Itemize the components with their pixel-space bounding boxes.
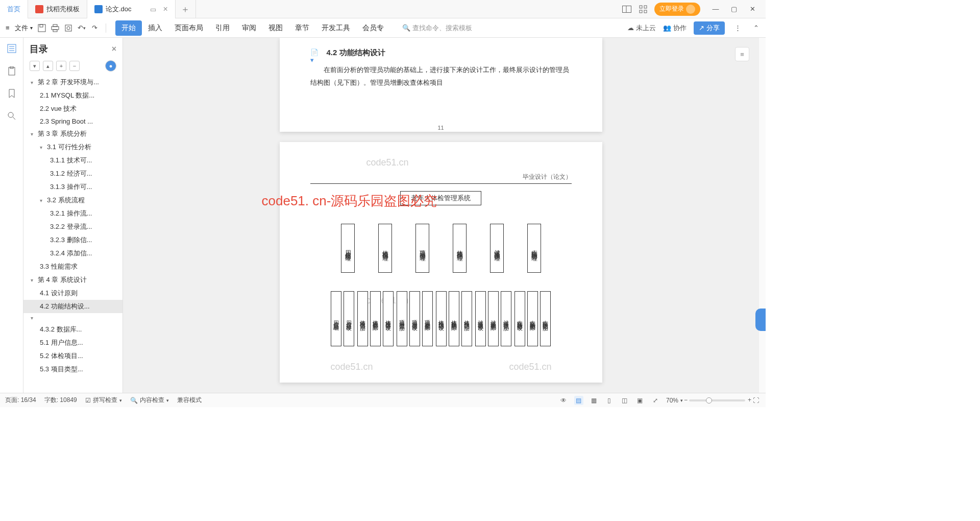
org-leaf: 体检预约添加 (461, 291, 472, 346)
toc-item[interactable]: 3.2.3 删除信... (23, 233, 122, 247)
toc-item[interactable]: 5.2 体检项目... (23, 349, 122, 363)
view-read-icon[interactable]: ▯ (605, 396, 614, 405)
page-number: 11 (280, 125, 602, 131)
org-leaf: 健康常识修改 (475, 291, 486, 346)
toc-item[interactable]: ▾3.1 可行性分析 (23, 140, 122, 154)
toc-item[interactable]: 3.1.2 经济可... (23, 167, 122, 180)
fullscreen-icon[interactable]: ⛶ (751, 396, 761, 405)
tab-insert[interactable]: 插入 (142, 20, 168, 36)
remove-heading-icon[interactable]: − (69, 61, 80, 71)
tab-review[interactable]: 审阅 (236, 20, 262, 36)
toc-item[interactable]: 4.2 功能结构设... (23, 300, 122, 313)
tab-start[interactable]: 开始 (115, 20, 142, 36)
maximize-button[interactable]: ▢ (725, 2, 743, 16)
zoom-fit-icon[interactable]: ⤢ (651, 396, 660, 405)
view-focus-icon[interactable]: ▣ (635, 396, 645, 405)
tab-home[interactable]: 首页 (0, 0, 28, 18)
org-node: 健康常识管理 (490, 224, 504, 273)
toc-item[interactable]: 2.2 vue 技术 (23, 102, 122, 115)
toc-item[interactable]: ▾第 4 章 系统设计 (23, 273, 122, 287)
undo-icon[interactable]: ↶▾ (76, 22, 87, 34)
toc-item[interactable]: ▾第 3 章 系统分析 (23, 127, 122, 140)
login-button[interactable]: 立即登录 (654, 3, 700, 16)
command-search[interactable]: 🔍 查找命令、搜索模板 (402, 23, 472, 33)
close-button[interactable]: ✕ (743, 2, 762, 16)
file-menu[interactable]: 文件 ▾ (13, 23, 34, 33)
share-button[interactable]: ↗分享 (694, 21, 725, 35)
print-icon[interactable] (50, 22, 61, 34)
toc-item[interactable]: 5.1 用户信息... (23, 336, 122, 349)
org-node: 疾病预防管理 (527, 224, 541, 273)
zoom-slider[interactable]: − + (689, 399, 745, 401)
view-web-icon[interactable]: ◫ (620, 396, 629, 405)
tab-template[interactable]: 找稻壳模板 (28, 0, 87, 18)
document-area[interactable]: ≡ code51.cn code51.cn code51.cn code51.c… (123, 38, 758, 393)
ai-assistant-icon[interactable]: ● (105, 60, 116, 72)
collab-button[interactable]: 👥协作 (663, 23, 687, 33)
close-icon[interactable]: × (163, 5, 168, 14)
toc-item[interactable]: 4.1 设计原则 (23, 287, 122, 300)
toc-item[interactable]: 2.1 MYSQL 数据... (23, 89, 122, 102)
panel-toggle-icon[interactable]: ≡ (735, 47, 749, 61)
org-leaf: 用户信息新增 (331, 291, 341, 346)
collapse-icon[interactable]: ⌃ (750, 22, 762, 34)
tab-devtools[interactable]: 开发工具 (315, 20, 356, 36)
hamburger-icon[interactable]: ≡ (4, 24, 11, 32)
word-count[interactable]: 字数: 10849 (44, 396, 77, 405)
toc-item[interactable]: 5.3 项目类型... (23, 363, 122, 376)
status-bar: 页面: 16/34 字数: 10849 ☑拼写检查▾ 🔍内容检查▾ 兼容模式 👁… (0, 393, 766, 407)
toc-item[interactable]: ▾3.2 系统流程 (23, 194, 122, 207)
content-check[interactable]: 🔍内容检查▾ (130, 396, 169, 405)
print-preview-icon[interactable] (63, 22, 74, 34)
toc-item[interactable]: 3.2.2 登录流... (23, 220, 122, 233)
redo-icon[interactable]: ↷ (89, 22, 101, 34)
toc-item[interactable]: 3.3 性能需求 (23, 260, 122, 273)
toc-item[interactable]: 3.1.1 技术可... (23, 154, 122, 167)
spellcheck-toggle[interactable]: ☑拼写检查▾ (85, 396, 122, 405)
search-panel-icon[interactable] (6, 110, 17, 122)
app-icon (35, 5, 43, 13)
toc-item[interactable]: 4.3.2 数据库... (23, 323, 122, 336)
close-panel-icon[interactable]: × (112, 44, 116, 54)
collapse-all-icon[interactable]: ▾ (30, 61, 40, 71)
window-icon[interactable]: ▭ (150, 6, 157, 13)
zoom-level[interactable]: 70%▾ (666, 397, 683, 404)
tab-pagelayout[interactable]: 页面布局 (168, 20, 209, 36)
view-outline-icon[interactable]: ▦ (590, 396, 599, 405)
eye-icon[interactable]: 👁 (559, 396, 568, 405)
apps-icon[interactable] (638, 4, 648, 14)
page-indicator[interactable]: 页面: 16/34 (5, 396, 36, 405)
toc-item[interactable]: ▾ (23, 313, 122, 323)
toc-list[interactable]: ▾第 2 章 开发环境与...2.1 MYSQL 数据...2.2 vue 技术… (23, 76, 122, 393)
minimize-button[interactable]: — (706, 2, 725, 16)
more-icon[interactable]: ⋮ (732, 22, 743, 34)
save-icon[interactable] (36, 22, 47, 34)
outline-panel: 目录 × ▾ ▴ + − ● ▾第 2 章 开发环境与...2.1 MYSQL … (23, 38, 123, 393)
tab-view[interactable]: 视图 (262, 20, 289, 36)
view-page-icon[interactable]: ▤ (574, 396, 583, 405)
side-handle[interactable] (755, 309, 766, 331)
layout-icon[interactable] (622, 4, 632, 14)
compat-mode[interactable]: 兼容模式 (177, 396, 202, 405)
toc-item[interactable]: 3.1.3 操作可... (23, 180, 122, 194)
clipboard-icon[interactable] (6, 65, 17, 77)
cloud-status[interactable]: ☁未上云 (627, 23, 656, 33)
toolbar: ≡ 文件 ▾ ↶▾ ↷ 开始 插入 页面布局 引用 审阅 视图 章节 开发工具 … (0, 18, 766, 38)
tab-add[interactable]: ＋ (176, 0, 196, 18)
tab-reference[interactable]: 引用 (209, 20, 236, 36)
expand-all-icon[interactable]: ▴ (43, 61, 53, 71)
tab-doc[interactable]: 论文.doc ▭ × (87, 0, 176, 18)
org-leaf: 体检项目添加 (357, 291, 368, 346)
tab-member[interactable]: 会员专 (356, 20, 390, 36)
tab-chapter[interactable]: 章节 (289, 20, 315, 36)
paragraph-icon[interactable]: 📄▾ (310, 49, 320, 58)
outline-icon[interactable] (6, 43, 17, 54)
toc-item[interactable]: 3.2.4 添加信... (23, 247, 122, 260)
bookmark-icon[interactable] (6, 88, 17, 99)
toc-item[interactable]: 2.3 Spring Boot ... (23, 115, 122, 127)
add-heading-icon[interactable]: + (56, 61, 66, 71)
toc-item[interactable]: 3.2.1 操作流... (23, 207, 122, 220)
org-node: 体检项目管理 (378, 224, 392, 273)
toc-item[interactable]: ▾第 2 章 开发环境与... (23, 76, 122, 89)
svg-rect-2 (640, 6, 642, 8)
